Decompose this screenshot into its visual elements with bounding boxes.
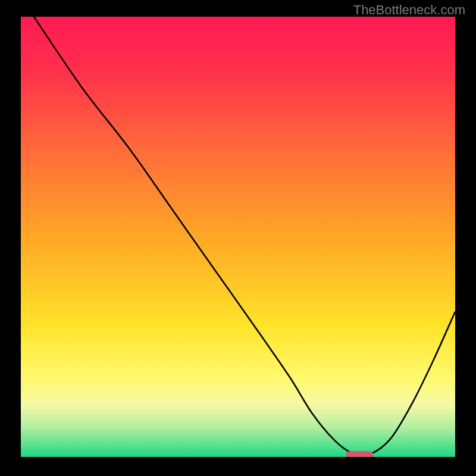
- chart-svg: [21, 17, 455, 457]
- watermark-text: TheBottleneck.com: [353, 2, 465, 18]
- optimal-marker: [346, 451, 373, 457]
- chart-plot-area: [21, 17, 455, 457]
- chart-background: [21, 17, 455, 457]
